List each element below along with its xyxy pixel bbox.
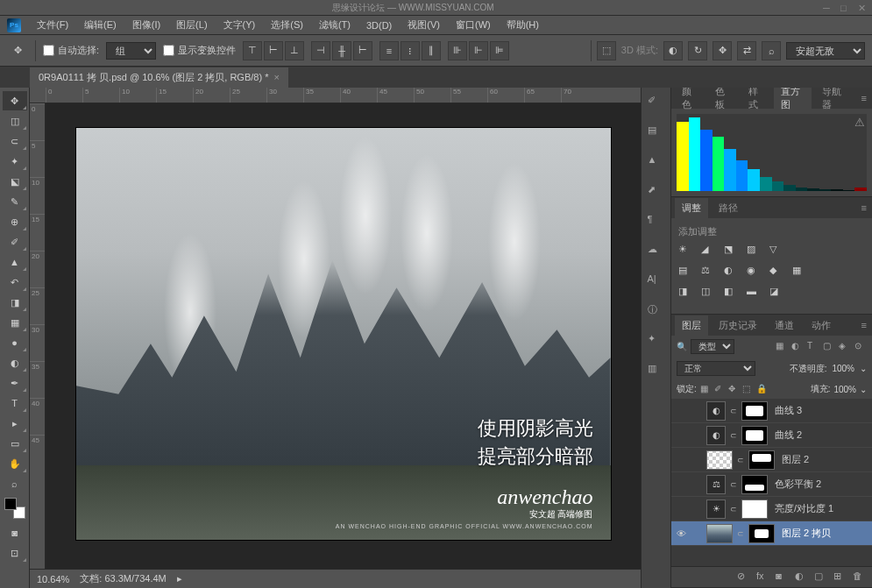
filter-smart-icon[interactable]: ◈ bbox=[839, 341, 851, 353]
type-tool[interactable]: T bbox=[3, 393, 27, 413]
distribute-4-icon[interactable]: ⊪ bbox=[448, 41, 467, 60]
posterize-icon[interactable]: ◫ bbox=[701, 286, 717, 301]
blend-mode-select[interactable]: 正常 bbox=[677, 361, 755, 376]
exposure-icon[interactable]: ▨ bbox=[747, 244, 762, 259]
threshold-icon[interactable]: ◧ bbox=[724, 286, 740, 301]
layer-name[interactable]: 色彩平衡 2 bbox=[771, 478, 870, 491]
eraser-tool[interactable]: ◨ bbox=[3, 293, 27, 312]
link-layers-icon[interactable]: ⊘ bbox=[737, 570, 751, 584]
color-balance-icon[interactable]: ⚖ bbox=[701, 265, 717, 280]
filter-pixel-icon[interactable]: ▦ bbox=[776, 341, 788, 353]
marquee-tool[interactable]: ◫ bbox=[3, 111, 27, 131]
3d-slide-icon[interactable]: ⇄ bbox=[737, 41, 756, 60]
fx-icon[interactable]: fx bbox=[756, 570, 770, 584]
lock-position-icon[interactable]: ✐ bbox=[714, 384, 726, 395]
curves-icon[interactable]: ⬔ bbox=[724, 244, 740, 259]
info-icon[interactable]: ⓘ bbox=[648, 303, 665, 321]
align-top-icon[interactable]: ⊤ bbox=[243, 41, 262, 60]
link-icon[interactable]: ⊂ bbox=[729, 431, 738, 440]
filter-type-icon[interactable]: T bbox=[807, 341, 819, 353]
layer-name[interactable]: 曲线 2 bbox=[771, 429, 870, 442]
layer-name[interactable]: 曲线 3 bbox=[771, 404, 870, 417]
vibrance-icon[interactable]: ▽ bbox=[769, 244, 785, 259]
adjustment-icon[interactable]: ◐ bbox=[795, 570, 809, 584]
layer-mask-thumb[interactable] bbox=[741, 426, 768, 445]
history-brush-tool[interactable]: ↶ bbox=[3, 273, 27, 292]
distribute-6-icon[interactable]: ⊫ bbox=[490, 41, 509, 60]
show-transform-checkbox[interactable]: 显示变换控件 bbox=[163, 44, 236, 57]
brush-panel-icon[interactable]: ✐ bbox=[648, 95, 665, 112]
hue-icon[interactable]: ▤ bbox=[678, 265, 694, 280]
visibility-icon[interactable]: 👁 bbox=[673, 528, 689, 539]
menu-select[interactable]: 选择(S) bbox=[264, 17, 310, 33]
fg-bg-swatch[interactable] bbox=[4, 498, 25, 519]
align-right-icon[interactable]: ⊢ bbox=[353, 41, 372, 60]
group-icon[interactable]: ▢ bbox=[814, 570, 828, 584]
layer-mask-thumb[interactable] bbox=[741, 475, 768, 494]
cc-libraries-icon[interactable]: ☁ bbox=[648, 244, 665, 261]
align-left-icon[interactable]: ⊣ bbox=[311, 41, 330, 60]
libraries-icon[interactable]: ▥ bbox=[648, 363, 665, 380]
pen-tool[interactable]: ✒ bbox=[3, 373, 27, 393]
channel-mixer-icon[interactable]: ◆ bbox=[769, 265, 785, 280]
distribute-1-icon[interactable]: ≡ bbox=[379, 41, 399, 60]
distribute-5-icon[interactable]: ⊩ bbox=[469, 41, 488, 60]
healing-tool[interactable]: ⊕ bbox=[3, 212, 27, 231]
3d-icon-1[interactable]: ⬚ bbox=[597, 41, 616, 60]
selective-color-icon[interactable]: ◪ bbox=[769, 286, 785, 301]
layer-thumb[interactable] bbox=[706, 450, 733, 470]
zoom-tool[interactable]: ⌕ bbox=[3, 474, 27, 493]
filter-toggle-icon[interactable]: ⊙ bbox=[854, 341, 867, 353]
lock-artboard-icon[interactable]: ⬚ bbox=[742, 384, 754, 395]
panel-menu-icon[interactable]: ≡ bbox=[856, 93, 872, 103]
menu-layer[interactable]: 图层(L) bbox=[169, 17, 214, 33]
lut-icon[interactable]: ▦ bbox=[792, 265, 808, 280]
clone-source-icon[interactable]: ▲ bbox=[648, 154, 665, 172]
bw-icon[interactable]: ◐ bbox=[724, 265, 740, 280]
gradient-map-icon[interactable]: ▬ bbox=[747, 286, 762, 301]
link-icon[interactable]: ⊂ bbox=[729, 480, 738, 489]
levels-icon[interactable]: ◢ bbox=[701, 244, 717, 259]
3d-orbit-icon[interactable]: ◐ bbox=[663, 41, 683, 60]
align-bottom-icon[interactable]: ⊥ bbox=[285, 41, 304, 60]
menu-filter[interactable]: 滤镜(T) bbox=[312, 17, 358, 33]
tab-adjustments[interactable]: 调整 bbox=[675, 198, 708, 218]
new-layer-icon[interactable]: ⊞ bbox=[833, 570, 847, 584]
hand-tool[interactable]: ✋ bbox=[3, 454, 27, 473]
menu-3d[interactable]: 3D(D) bbox=[359, 18, 399, 32]
lock-move-icon[interactable]: ✥ bbox=[728, 384, 740, 395]
move-tool-icon[interactable]: ✥ bbox=[7, 40, 28, 61]
lasso-tool[interactable]: ⊂ bbox=[3, 131, 27, 151]
histogram-warning-icon[interactable]: ⚠ bbox=[854, 116, 865, 129]
blur-tool[interactable]: ● bbox=[3, 333, 27, 352]
menu-view[interactable]: 视图(V) bbox=[401, 17, 447, 33]
3d-roll-icon[interactable]: ↻ bbox=[688, 41, 707, 60]
mask-icon[interactable]: ◙ bbox=[776, 570, 790, 584]
layer-mask-thumb[interactable] bbox=[741, 401, 768, 421]
layer-mask-thumb[interactable] bbox=[748, 524, 775, 543]
fill-value[interactable]: 100% bbox=[833, 385, 856, 394]
filter-type-select[interactable]: 类型 bbox=[691, 339, 734, 354]
layer-name[interactable]: 图层 2 bbox=[778, 453, 870, 466]
doc-info[interactable]: 文档: 63.3M/734.4M bbox=[80, 572, 166, 585]
tab-paths[interactable]: 路径 bbox=[712, 198, 745, 218]
stamp-tool[interactable]: ▲ bbox=[3, 252, 27, 272]
crop-tool[interactable]: ⬕ bbox=[3, 172, 27, 191]
link-icon[interactable]: ⊂ bbox=[736, 456, 745, 464]
glyphs-icon[interactable]: ✦ bbox=[648, 333, 665, 351]
align-vcenter-icon[interactable]: ⊢ bbox=[264, 41, 283, 60]
layer-row[interactable]: ◐ ⊂ 曲线 2 bbox=[671, 423, 872, 448]
dodge-tool[interactable]: ◐ bbox=[3, 353, 27, 372]
filter-shape-icon[interactable]: ▢ bbox=[823, 341, 835, 353]
3d-zoom-icon[interactable]: ⌕ bbox=[762, 41, 781, 60]
filter-icon[interactable]: 🔍 bbox=[677, 342, 687, 351]
layer-mask-thumb[interactable] bbox=[741, 499, 768, 519]
shape-tool[interactable]: ▭ bbox=[3, 434, 27, 453]
distribute-3-icon[interactable]: ∥ bbox=[422, 41, 441, 60]
menu-type[interactable]: 文字(Y) bbox=[216, 17, 263, 33]
tab-channels[interactable]: 通道 bbox=[768, 315, 801, 336]
photo-filter-icon[interactable]: ◉ bbox=[747, 265, 762, 280]
canvas-viewport[interactable]: 使用阴影高光 提亮部分暗部 anwenchao 安文超 高端修图 AN WENC… bbox=[46, 103, 641, 569]
auto-select-type[interactable]: 组 bbox=[106, 42, 156, 60]
invert-icon[interactable]: ◨ bbox=[678, 286, 694, 301]
